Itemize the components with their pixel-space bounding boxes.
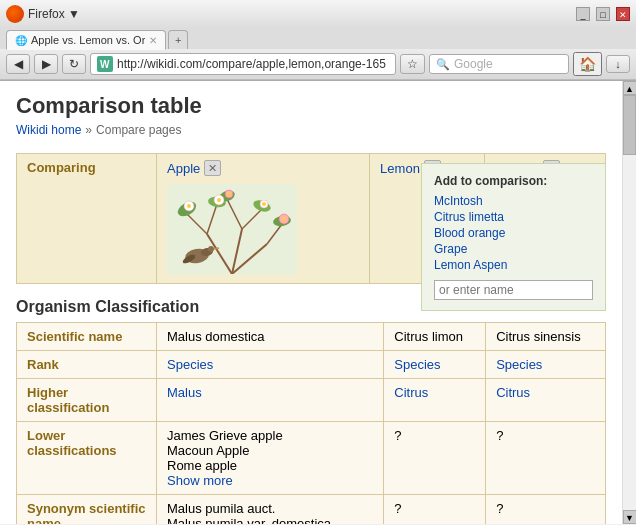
table-row: Scientific name Malus domestica Citrus l… [17, 323, 606, 351]
add-comparison-link-grape[interactable]: Grape [434, 242, 593, 256]
higher-class-apple-link[interactable]: Malus [167, 385, 202, 400]
lower-class-label: Lower classifications [17, 422, 157, 495]
breadcrumb-current: Compare pages [96, 123, 181, 137]
wikidi-favicon-icon: W [97, 56, 113, 72]
browser-name-label: Firefox ▼ [28, 7, 80, 21]
tab-favicon-icon: 🌐 [15, 35, 27, 46]
synonym-label: Synonym scientific name [17, 495, 157, 525]
higher-class-lemon-link[interactable]: Citrus [394, 385, 428, 400]
add-comparison-title: Add to comparison: [434, 174, 593, 188]
new-tab-button[interactable]: + [168, 30, 188, 49]
compare-lemon-link[interactable]: Lemon [380, 161, 420, 176]
active-tab[interactable]: 🌐 Apple vs. Lemon vs. Orange - compare .… [6, 30, 166, 50]
add-comparison-input[interactable] [434, 280, 593, 300]
higher-class-label: Higher classification [17, 379, 157, 422]
comparing-label: Comparing [17, 154, 157, 284]
title-bar-left: Firefox ▼ [6, 5, 80, 23]
url-text: http://wikidi.com/compare/apple,lemon,or… [117, 57, 386, 71]
window-controls: _ □ ✕ [576, 7, 630, 21]
rank-lemon: Species [384, 351, 486, 379]
scientific-name-apple: Malus domestica [157, 323, 384, 351]
home-button[interactable]: 🏠 [573, 52, 602, 76]
breadcrumb-home-link[interactable]: Wikidi home [16, 123, 81, 137]
search-placeholder: Google [454, 57, 493, 71]
higher-class-orange-link[interactable]: Citrus [496, 385, 530, 400]
tab-close-icon[interactable]: ✕ [149, 35, 157, 46]
reload-button[interactable]: ↻ [62, 54, 86, 74]
bookmark-button[interactable]: ☆ [400, 54, 425, 74]
back-button[interactable]: ◀ [6, 54, 30, 74]
breadcrumb-separator: » [85, 123, 92, 137]
synonym-lemon: ? [384, 495, 486, 525]
apple-image-container [167, 184, 359, 277]
rank-apple: Species [157, 351, 384, 379]
table-row: Lower classifications James Grieve apple… [17, 422, 606, 495]
scroll-up-button[interactable]: ▲ [623, 81, 637, 95]
rank-apple-link[interactable]: Species [167, 357, 213, 372]
svg-line-29 [214, 248, 219, 249]
svg-point-25 [282, 217, 286, 221]
downloads-button[interactable]: ↓ [606, 55, 630, 73]
svg-point-23 [262, 202, 266, 206]
scroll-track [623, 95, 636, 510]
compare-apple-link[interactable]: Apple [167, 161, 200, 176]
breadcrumb: Wikidi home » Compare pages [16, 123, 606, 137]
add-comparison-panel: Add to comparison: McIntosh Citrus limet… [421, 163, 606, 311]
rank-orange-link[interactable]: Species [496, 357, 542, 372]
lower-class-lemon: ? [384, 422, 486, 495]
lower-class-orange: ? [486, 422, 606, 495]
browser-chrome: Firefox ▼ _ □ ✕ 🌐 Apple vs. Lemon vs. Or… [0, 0, 636, 81]
rank-label: Rank [17, 351, 157, 379]
synonym-apple: Malus pumila auct.Malus pumila var. dome… [157, 495, 384, 525]
table-row: Rank Species Species Species [17, 351, 606, 379]
page-content: Add to comparison: McIntosh Citrus limet… [0, 81, 636, 524]
svg-point-19 [217, 198, 221, 202]
lower-class-apple: James Grieve appleMacoun AppleRome apple… [157, 422, 384, 495]
scroll-down-button[interactable]: ▼ [623, 510, 637, 524]
higher-class-lemon: Citrus [384, 379, 486, 422]
svg-point-21 [227, 192, 231, 196]
synonym-apple-text: Malus pumila auct.Malus pumila var. dome… [167, 501, 346, 524]
apple-botanical-image [167, 184, 297, 274]
table-row: Synonym scientific name Malus pumila auc… [17, 495, 606, 525]
url-bar[interactable]: W http://wikidi.com/compare/apple,lemon,… [90, 53, 396, 75]
remove-apple-button[interactable]: ✕ [204, 160, 221, 176]
scrollbar[interactable]: ▲ ▼ [622, 81, 636, 524]
add-comparison-link-limetta[interactable]: Citrus limetta [434, 210, 593, 224]
add-comparison-link-lemon-aspen[interactable]: Lemon Aspen [434, 258, 593, 272]
tab-bar: 🌐 Apple vs. Lemon vs. Orange - compare .… [0, 28, 636, 49]
minimize-button[interactable]: _ [576, 7, 590, 21]
nav-right-controls: ☆ [400, 54, 425, 74]
higher-class-orange: Citrus [486, 379, 606, 422]
lower-class-apple-text: James Grieve appleMacoun AppleRome apple [167, 428, 283, 473]
add-comparison-link-mcintosh[interactable]: McIntosh [434, 194, 593, 208]
higher-class-apple: Malus [157, 379, 384, 422]
title-bar: Firefox ▼ _ □ ✕ [0, 0, 636, 28]
scroll-thumb[interactable] [623, 95, 636, 155]
scientific-name-orange: Citrus sinensis [486, 323, 606, 351]
search-icon: 🔍 [436, 58, 450, 71]
lower-class-show-more-link[interactable]: Show more [167, 473, 233, 488]
page-title: Comparison table [16, 93, 606, 119]
scientific-name-label: Scientific name [17, 323, 157, 351]
forward-button[interactable]: ▶ [34, 54, 58, 74]
close-button[interactable]: ✕ [616, 7, 630, 21]
firefox-logo-icon [6, 5, 24, 23]
scientific-name-lemon: Citrus limon [384, 323, 486, 351]
table-row: Higher classification Malus Citrus Citru… [17, 379, 606, 422]
maximize-button[interactable]: □ [596, 7, 610, 21]
compare-apple-item: Apple ✕ [167, 160, 359, 176]
add-comparison-link-blood-orange[interactable]: Blood orange [434, 226, 593, 240]
rank-lemon-link[interactable]: Species [394, 357, 440, 372]
scrollable-content: Add to comparison: McIntosh Citrus limet… [0, 81, 622, 524]
nav-bar: ◀ ▶ ↻ W http://wikidi.com/compare/apple,… [0, 49, 636, 80]
search-bar[interactable]: 🔍 Google [429, 54, 569, 74]
svg-point-17 [187, 204, 191, 208]
synonym-orange: ? [486, 495, 606, 525]
comparing-apple-cell: Apple ✕ [157, 154, 370, 284]
rank-orange: Species [486, 351, 606, 379]
tab-title: Apple vs. Lemon vs. Orange - compare ... [31, 34, 145, 46]
svg-point-28 [208, 246, 214, 252]
svg-text:W: W [100, 59, 110, 70]
organism-table: Scientific name Malus domestica Citrus l… [16, 322, 606, 524]
